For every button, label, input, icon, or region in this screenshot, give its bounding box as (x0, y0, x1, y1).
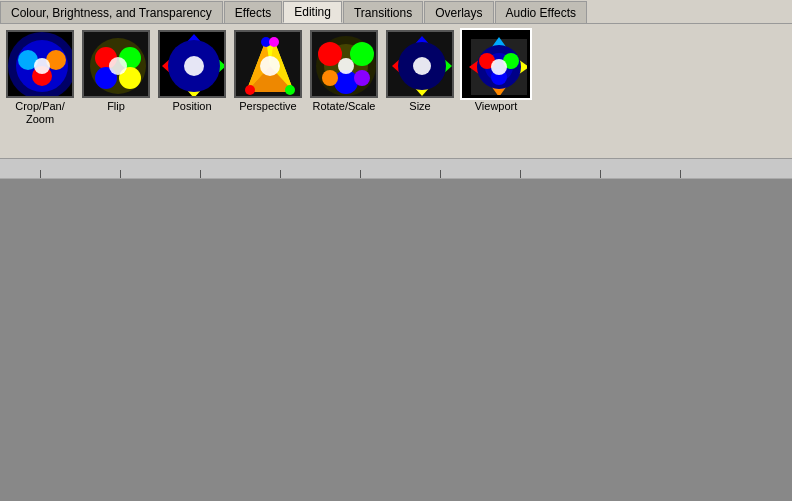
svg-point-45 (413, 57, 431, 75)
effect-thumb-rotate-scale (310, 30, 378, 98)
effect-label-position: Position (172, 100, 211, 113)
tab-editing[interactable]: Editing (283, 1, 342, 23)
ruler-line-300 (360, 170, 361, 178)
svg-point-19 (184, 56, 204, 76)
ruler-line-330 (440, 170, 441, 178)
effect-thumb-size (386, 30, 454, 98)
effect-label-size: Size (409, 100, 430, 113)
svg-point-12 (109, 57, 127, 75)
effect-thumb-flip (82, 30, 150, 98)
effect-thumb-crop-pan-zoom (6, 30, 74, 98)
tab-overlays[interactable]: Overlays (424, 1, 493, 23)
effect-position[interactable]: Position (156, 30, 228, 113)
svg-point-33 (318, 42, 342, 66)
svg-point-25 (260, 56, 280, 76)
svg-point-37 (354, 70, 370, 86)
ruler-line-430 (600, 170, 601, 178)
effect-label-perspective: Perspective (239, 100, 296, 113)
effect-rotate-scale[interactable]: Rotate/Scale (308, 30, 380, 113)
effect-thumb-position (158, 30, 226, 98)
effect-label-viewport: Viewport (475, 100, 518, 113)
tab-bar: Colour, Brightness, and Transparency Eff… (0, 0, 792, 24)
effects-panel: Crop/Pan/Zoom Flip (0, 24, 792, 159)
tab-effects[interactable]: Effects (224, 1, 282, 23)
svg-point-38 (338, 58, 354, 74)
svg-point-34 (350, 42, 374, 66)
svg-point-36 (322, 70, 338, 86)
svg-point-27 (285, 85, 295, 95)
ruler-line-130 (120, 170, 121, 178)
svg-point-57 (491, 59, 507, 75)
ruler-line-200 (200, 170, 201, 178)
effect-crop-pan-zoom[interactable]: Crop/Pan/Zoom (4, 30, 76, 126)
timeline-ruler: 1:00 1:30 2:00 2:30 3:00 3:30 4:00 4:30 (0, 159, 792, 179)
svg-point-5 (34, 58, 50, 74)
ruler-line-400 (520, 170, 521, 178)
svg-point-29 (269, 37, 279, 47)
tab-transitions[interactable]: Transitions (343, 1, 423, 23)
ruler-line-230 (280, 170, 281, 178)
effect-label-flip: Flip (107, 100, 125, 113)
effect-label-rotate-scale: Rotate/Scale (313, 100, 376, 113)
ruler-line-100 (40, 170, 41, 178)
effect-perspective[interactable]: Perspective (232, 30, 304, 113)
ruler-line-500 (680, 170, 681, 178)
effect-thumb-perspective (234, 30, 302, 98)
effect-size[interactable]: Size (384, 30, 456, 113)
svg-point-26 (245, 85, 255, 95)
tab-colour[interactable]: Colour, Brightness, and Transparency (0, 1, 223, 23)
ruler-marks: 1:00 1:30 2:00 2:30 3:00 3:30 4:00 4:30 (0, 159, 792, 178)
tab-audio-effects[interactable]: Audio Effects (495, 1, 588, 23)
effect-viewport[interactable]: Viewport (460, 30, 532, 113)
effect-thumb-viewport (462, 30, 530, 98)
effect-flip[interactable]: Flip (80, 30, 152, 113)
effect-label-crop-pan-zoom: Crop/Pan/Zoom (15, 100, 65, 126)
